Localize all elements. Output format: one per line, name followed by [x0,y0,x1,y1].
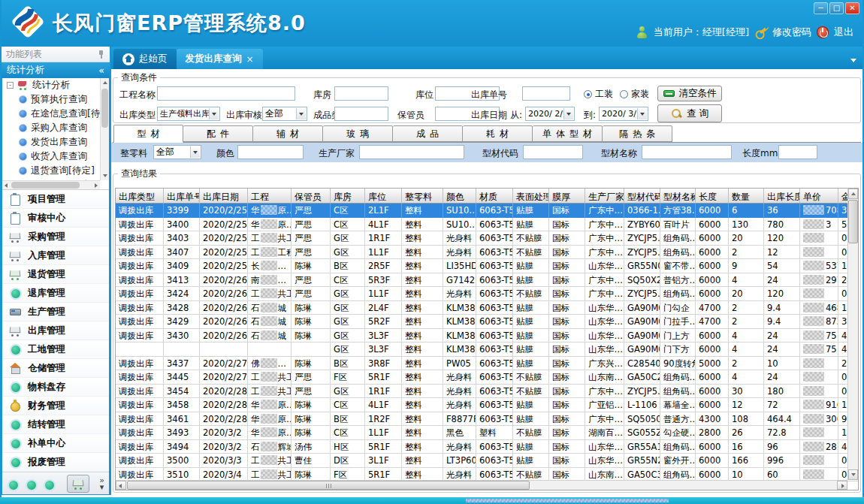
sidebar-item-project-management[interactable]: 项目管理 [2,190,109,209]
tree-root-statistics[interactable]: -统计分析 [2,78,100,92]
clear-conditions-button[interactable]: 清空条件 [657,86,722,101]
table-row[interactable]: 调拨出库34942020/3/2石辉城汤伟H区5R1F整料光身料6063-T5贴… [116,440,859,454]
table-row[interactable]: 调拨出库34932020/3/2华原…陈琳C区1L1F整料黑色塑料不贴膜国标湖南… [116,426,859,440]
nav-overflow-chevron[interactable]: »▾ [99,477,104,490]
material-tab-consumable[interactable]: 耗材 [463,125,533,142]
audit-select[interactable]: 全部 [262,107,307,121]
profile-name-input[interactable] [642,145,732,159]
column-header-location[interactable]: 库位 [365,189,402,204]
sidebar-item-production-management[interactable]: 生产管理 [2,303,109,321]
nav-shortcut-icon[interactable] [7,478,17,489]
table-row[interactable]: 调拨出库34292020/2/26石城陈琳G区5R2F整料KLM38176063… [116,315,859,329]
date-from-picker[interactable]: 2020/ 2/16 [525,107,575,121]
scroll-up-icon[interactable] [103,81,107,84]
tree-vscroll-thumb[interactable] [101,89,108,128]
tab-close-icon[interactable]: × [246,54,254,65]
maximize-button[interactable]: □ [829,2,844,14]
tab-shipping-outbound-query[interactable]: 发货出库查询 × [177,49,263,69]
logout-link[interactable]: 退出 [834,26,853,39]
material-tab-accessory[interactable]: 配件 [183,125,253,142]
scroll-down-icon[interactable] [103,174,107,177]
tree-hscroll-thumb[interactable] [11,182,80,189]
material-tab-profile[interactable]: 型材 [113,125,183,143]
sidebar-item-purchase-management[interactable]: 采购管理 [2,228,109,246]
column-header-code[interactable]: 型材代码 [624,189,660,204]
nav-cart-button[interactable] [67,475,89,493]
sidebar-item-finance-management[interactable]: 财务管理 [2,397,109,415]
length-input[interactable] [778,145,817,159]
table-row[interactable]: 调拨出库34072020/2/25工工程严思G区1L1F整料光身料6063-T5… [116,246,859,260]
sidebar-section-statistics[interactable]: 统计分析 « [2,62,110,78]
scroll-left-button[interactable] [116,481,126,490]
sidebar-item-warehouse-storage-management[interactable]: 仓储管理 [2,359,109,378]
tree-item-in-transit-info-query[interactable]: 在途信息查询[待 [2,107,100,121]
warehouse-input[interactable] [334,86,388,101]
radio-engineering[interactable]: 工装 [584,88,613,101]
material-tab-finished-product[interactable]: 成品 [393,125,463,142]
nav-shortcut-icon[interactable] [43,478,53,489]
sidebar-item-return-goods-management[interactable]: 退货管理 [2,265,109,284]
profile-code-input[interactable] [523,145,583,159]
search-button[interactable]: 查 询 [657,104,722,122]
column-header-order_no[interactable]: 出库单号 [164,189,200,204]
table-row[interactable]: 调拨出库33992020/2/25华原…严思C区2L1F整料SU10…6063-… [116,204,859,218]
grid-horizontal-scrollbar[interactable] [116,480,847,490]
table-row[interactable]: 调拨出库34092020/2/25长…陈琳B区2R5F整料LI35HD6063-… [116,259,859,273]
tabstrip-dropdown-icon[interactable] [850,59,856,62]
collapse-icon[interactable]: « [98,65,104,76]
sidebar-item-carryover-management[interactable]: 结转管理 [2,415,109,434]
grid-hscroll-thumb[interactable] [127,481,530,490]
sidebar-item-site-management[interactable]: 工地管理 [2,340,109,359]
table-row[interactable]: 调拨出库34302020/2/26石城陈琳G区3L3F整料KLM38176063… [116,329,859,343]
column-header-name[interactable]: 型材名称 [660,189,696,204]
scroll-up-button[interactable] [848,189,858,199]
tree-item-shipping-outbound-query[interactable]: 发货出库查询 [2,135,100,149]
tree-horizontal-scrollbar[interactable] [2,180,100,189]
sidebar-item-material-inventory[interactable]: 物料盘存 [2,378,109,397]
material-tab-auxiliary[interactable]: 辅材 [253,125,323,142]
scroll-right-button[interactable] [837,481,847,490]
product-type-input[interactable] [334,107,388,121]
tab-home[interactable]: 起始页 [113,49,177,69]
out-type-select[interactable]: 生产领料出库 [157,107,220,121]
material-tab-single-profile[interactable]: 单体型材 [533,125,603,142]
column-header-warehouse[interactable]: 库房 [331,189,365,204]
grid-vscroll-thumb[interactable] [848,200,858,243]
table-row[interactable]: 调拨出库34372020/2/27佛…陈琳B区3R8F整料PW056063-T5… [116,357,859,371]
change-password-link[interactable]: 修改密码 [772,26,811,39]
column-header-length[interactable]: 长度 [696,189,729,204]
grid-vertical-scrollbar[interactable] [847,189,858,480]
column-header-qty[interactable]: 数量 [729,189,764,204]
column-header-keeper[interactable]: 保管员 [292,189,331,204]
table-row[interactable]: 调拨出库34002020/2/25华原…严思C区4L1F整料SU10…6063-… [116,218,859,232]
scroll-right-icon[interactable] [95,183,98,188]
order-no-input[interactable] [522,86,570,101]
sidebar-item-scrap-management[interactable]: 报废管理 [2,453,109,472]
scroll-left-icon[interactable] [5,183,8,188]
table-row[interactable]: 调拨出库34582020/2/28华原…陈琳C区4L1F整料光身料6063-T5… [116,398,859,412]
table-row[interactable]: 调拨出库34542020/2/28工共工程严思G区1R1F整料光身料6063-T… [116,385,859,399]
tree-expander-icon[interactable]: - [7,82,14,89]
tree-item-purchase-inbound-query[interactable]: 采购入库查询 [2,121,100,135]
table-row[interactable]: 调拨出库34282020/2/26石城陈琳G区2L4F整料KLM38176063… [116,301,859,315]
minimize-button[interactable]: ─ [814,2,828,14]
column-header-color[interactable]: 颜色 [443,189,476,204]
column-header-type[interactable]: 出库类型 [116,189,164,204]
tree-item-receiving-inbound-query[interactable]: 收货入库查询 [2,149,100,164]
column-header-date[interactable]: 出库日期 [200,189,248,204]
whole-piece-select[interactable]: 全部 [153,145,201,159]
material-tab-insulation-strip[interactable]: 隔热条 [603,125,672,142]
column-header-material[interactable]: 材质 [476,189,513,204]
table-row[interactable]: 调拨出库34132020/2/26南…严思C区5R3F整料G714226063-… [116,273,859,288]
table-row[interactable]: 调拨出库34032020/2/25工共工程严思G区1R1F整料光身料6063-T… [116,231,859,246]
sidebar-item-outbound-management[interactable]: 出库管理 [2,321,109,340]
column-header-manufacturer[interactable]: 生产厂家 [585,189,624,204]
material-tab-glass[interactable]: 玻璃 [323,125,393,142]
date-to-picker[interactable]: 2020/ 3/16 [599,107,648,121]
table-row[interactable]: 调拨出库34612020/2/28华原…陈琳B区1R2F整料F8877FT606… [116,412,859,427]
column-header-whole[interactable]: 整零料 [402,189,443,204]
sidebar-item-return-warehouse-management[interactable]: 退库管理 [2,284,109,303]
sidebar-item-supplement-order-center[interactable]: 补单中心 [2,434,109,453]
table-row[interactable]: 调拨出库35002020/3/3工共工程曹佳D区3L1F整料LT3P606063… [116,454,859,468]
tree-item-budget-execution-query[interactable]: 预算执行查询 [2,92,100,107]
